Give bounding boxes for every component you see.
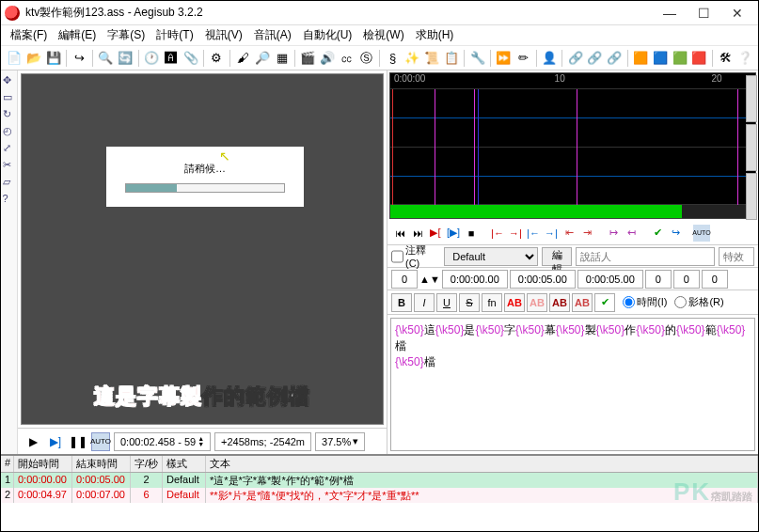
shift-times-button[interactable]: 🕐 <box>143 49 161 68</box>
play-first-button[interactable]: ⇤ <box>561 225 577 242</box>
audio-zoom-sliders[interactable] <box>745 74 758 221</box>
grid-row[interactable]: 1 0:00:00.00 0:00:05.00 2 Default *這*是*字… <box>1 473 758 488</box>
effect-input[interactable] <box>719 247 754 266</box>
color4-button[interactable]: 🟥 <box>690 49 708 68</box>
menu-item[interactable]: 計時(T) <box>150 27 198 43</box>
col-start[interactable]: 開始時間 <box>14 456 72 472</box>
pause-button[interactable]: ❚❚ <box>69 432 87 451</box>
col-end[interactable]: 結束時間 <box>72 456 131 472</box>
grid-row[interactable]: 2 0:00:04.97 0:00:07.00 6 Default **影*片*… <box>1 488 758 503</box>
commit-button[interactable]: ✔ <box>649 225 666 242</box>
rotate-z-icon[interactable]: ↻ <box>3 108 16 121</box>
play-before-start-button[interactable]: |← <box>489 225 506 242</box>
file-new-button[interactable]: 📄 <box>6 49 24 68</box>
outline-color-button[interactable]: AB <box>549 293 570 312</box>
color2-button[interactable]: 🟦 <box>651 49 669 68</box>
play-after-end-button[interactable]: →| <box>543 225 560 242</box>
minimize-button[interactable]: — <box>653 3 687 23</box>
audio-display[interactable]: 0:00:00 10 20 <box>389 72 756 219</box>
play-last-button[interactable]: ⇥ <box>578 225 595 242</box>
opts-button[interactable]: 🛠 <box>717 49 735 68</box>
link1-button[interactable]: 🔗 <box>566 49 584 68</box>
clip-icon[interactable]: ✂ <box>3 159 16 172</box>
play-button[interactable]: ▶ <box>24 432 42 451</box>
bold-button[interactable]: B <box>391 293 412 312</box>
duration-input[interactable] <box>577 270 643 289</box>
primary-color-button[interactable]: AB <box>504 293 525 312</box>
menu-item[interactable]: 自動化(U) <box>297 27 358 43</box>
layer-input[interactable] <box>391 270 418 289</box>
cross-icon[interactable]: ✥ <box>3 74 16 87</box>
video-display[interactable]: ↖ 請稍候… 這是字幕製作的範例檔 <box>21 73 384 425</box>
vid-open-button[interactable]: 🎬 <box>299 49 317 68</box>
link2-button[interactable]: 🔗 <box>586 49 604 68</box>
attach-button[interactable]: 📎 <box>182 49 199 68</box>
find-button[interactable]: 🔍 <box>97 49 115 68</box>
video-jump-button[interactable]: ⏩ <box>495 49 513 68</box>
file-open-button[interactable]: 📂 <box>25 49 43 68</box>
strike-button[interactable]: S <box>459 293 480 312</box>
cc-button[interactable]: ㏄ <box>339 49 356 68</box>
edit-style-button[interactable]: 編輯 <box>542 247 572 266</box>
aud-open-button[interactable]: 🔊 <box>319 49 337 68</box>
layer-spinner[interactable]: ▲▼ <box>419 274 440 285</box>
script-button[interactable]: 📜 <box>423 49 441 68</box>
underline-button[interactable]: U <box>436 293 457 312</box>
snap-button[interactable]: § <box>384 49 402 68</box>
grid-button[interactable]: ▦ <box>273 49 291 68</box>
play-before-end-button[interactable]: |← <box>525 225 542 242</box>
play-after-start-button[interactable]: →| <box>507 225 524 242</box>
menu-item[interactable]: 求助(H) <box>410 27 460 43</box>
rotate-xy-icon[interactable]: ◴ <box>3 125 16 138</box>
menu-item[interactable]: 編輯(E) <box>53 27 102 43</box>
style-mgr-button[interactable]: 🅰 <box>162 49 180 68</box>
audio-scrollbar[interactable] <box>390 205 755 218</box>
menu-item[interactable]: 視訊(V) <box>199 27 248 43</box>
replace-button[interactable]: 🔄 <box>117 49 134 68</box>
comment-checkbox[interactable]: 注釋(C) <box>391 243 440 269</box>
actor-input[interactable] <box>576 247 715 266</box>
italic-button[interactable]: I <box>414 293 435 312</box>
props-button[interactable]: 📋 <box>443 49 461 68</box>
prev-line-button[interactable]: ⏮ <box>391 225 408 242</box>
zoom-button[interactable]: 🔎 <box>253 49 271 68</box>
margin-l-input[interactable] <box>645 270 672 289</box>
help-icon[interactable]: ? <box>3 193 16 206</box>
play-sel-button[interactable]: ▶[ <box>427 225 444 242</box>
ass-draw-button[interactable]: ✏ <box>514 49 532 68</box>
goto-button[interactable]: ↪ <box>667 225 684 242</box>
play-line-button[interactable]: ▶] <box>46 432 65 451</box>
menu-item[interactable]: 字幕(S) <box>102 27 150 43</box>
avatar-button[interactable]: 👤 <box>541 49 559 68</box>
stop-button[interactable]: ■ <box>463 225 480 242</box>
style-select[interactable]: Default <box>444 247 538 266</box>
time-mode-radio[interactable]: 時間(I) <box>623 295 667 309</box>
effect-button[interactable]: ✨ <box>403 49 421 68</box>
col-cps[interactable]: 字/秒 <box>131 456 163 472</box>
lead-in-button[interactable]: ↦ <box>605 225 622 242</box>
menu-item[interactable]: 檢視(W) <box>357 27 409 43</box>
auto-button[interactable]: AUTO <box>693 225 710 242</box>
next-line-button[interactable]: ⏭ <box>409 225 426 242</box>
start-time-input[interactable] <box>442 270 508 289</box>
secondary-color-button[interactable]: AB <box>527 293 547 312</box>
video-time-box[interactable]: 0:00:02.458 - 59▲▼ <box>114 432 211 451</box>
font-button[interactable]: fn <box>482 293 502 312</box>
commit-text-button[interactable]: ✔ <box>594 293 615 312</box>
scale-icon[interactable]: ⤢ <box>3 142 16 155</box>
autoscroll-button[interactable]: AUTO <box>91 432 110 451</box>
vector-clip-icon[interactable]: ▱ <box>3 176 16 189</box>
col-style[interactable]: 樣式 <box>163 456 206 472</box>
col-text[interactable]: 文本 <box>206 456 758 472</box>
margin-r-input[interactable] <box>673 270 700 289</box>
color1-button[interactable]: 🟧 <box>632 49 650 68</box>
subtitle-text-editor[interactable]: {\k50}這{\k50}是{\k50}字{\k50}幕{\k50}製{\k50… <box>390 318 755 451</box>
close-button[interactable]: ✕ <box>720 3 754 23</box>
save-button[interactable]: 💾 <box>45 49 63 68</box>
link3-button[interactable]: 🔗 <box>606 49 624 68</box>
frame-mode-radio[interactable]: 影格(R) <box>674 295 723 309</box>
lead-out-button[interactable]: ↤ <box>623 225 640 242</box>
sub-button[interactable]: Ⓢ <box>357 49 375 68</box>
menu-item[interactable]: 音訊(A) <box>248 27 297 43</box>
zoom-select[interactable]: 37.5% ▾ <box>315 432 365 451</box>
